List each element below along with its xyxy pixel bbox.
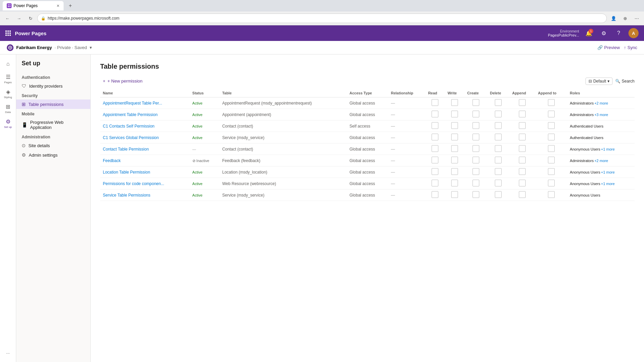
cell-read[interactable] — [426, 189, 445, 201]
cell-append-to[interactable] — [535, 120, 567, 132]
append-to-checkbox[interactable] — [548, 168, 555, 175]
cell-name[interactable]: C1 Contacts Self Permission — [100, 120, 190, 132]
delete-checkbox[interactable] — [495, 157, 502, 163]
delete-checkbox[interactable] — [495, 111, 502, 117]
table-row[interactable]: Permissions for code componen... Active … — [100, 178, 635, 189]
write-checkbox[interactable] — [451, 157, 458, 163]
create-checkbox[interactable] — [473, 99, 479, 106]
cell-create[interactable] — [464, 166, 487, 178]
cell-append-to[interactable] — [535, 166, 567, 178]
append-to-checkbox[interactable] — [548, 99, 555, 106]
cell-write[interactable] — [445, 178, 464, 189]
create-checkbox[interactable] — [473, 145, 479, 152]
append-to-checkbox[interactable] — [548, 134, 555, 140]
cell-delete[interactable] — [487, 132, 509, 143]
write-checkbox[interactable] — [451, 99, 458, 106]
cell-append[interactable] — [509, 166, 535, 178]
roles-more-link[interactable]: +1 more — [601, 147, 615, 151]
cell-create[interactable] — [464, 120, 487, 132]
append-to-checkbox[interactable] — [548, 157, 555, 163]
cell-append-to[interactable] — [535, 189, 567, 201]
read-checkbox[interactable] — [432, 134, 438, 140]
cell-write[interactable] — [445, 166, 464, 178]
browser-tab[interactable]: Power Pages ✕ — [3, 1, 64, 10]
cell-delete[interactable] — [487, 120, 509, 132]
write-checkbox[interactable] — [451, 122, 458, 129]
rail-item-data[interactable]: ⊞ Data — [1, 102, 15, 115]
append-checkbox[interactable] — [519, 157, 526, 163]
delete-checkbox[interactable] — [495, 191, 502, 198]
cell-read[interactable] — [426, 132, 445, 143]
table-row[interactable]: Contact Table Permission — Contact (cont… — [100, 143, 635, 155]
table-row[interactable]: AppointmentRequest Table Per... Active A… — [100, 97, 635, 109]
table-row[interactable]: C1 Services Global Permission Active Ser… — [100, 132, 635, 143]
refresh-button[interactable]: ↻ — [26, 14, 35, 23]
cell-write[interactable] — [445, 189, 464, 201]
table-row[interactable]: C1 Contacts Self Permission Active Conta… — [100, 120, 635, 132]
cell-append-to[interactable] — [535, 97, 567, 109]
table-row[interactable]: Appointment Table Permission Active Appo… — [100, 109, 635, 120]
cell-read[interactable] — [426, 178, 445, 189]
cell-append-to[interactable] — [535, 155, 567, 166]
rail-more-button[interactable]: ··· — [1, 346, 15, 360]
read-checkbox[interactable] — [432, 180, 438, 186]
cell-create[interactable] — [464, 155, 487, 166]
write-checkbox[interactable] — [451, 145, 458, 152]
roles-more-link[interactable]: +3 more — [594, 113, 608, 117]
cell-delete[interactable] — [487, 189, 509, 201]
append-to-checkbox[interactable] — [548, 180, 555, 186]
cell-append[interactable] — [509, 109, 535, 120]
append-checkbox[interactable] — [519, 99, 526, 106]
roles-more-link[interactable]: +1 more — [601, 182, 615, 186]
append-checkbox[interactable] — [519, 145, 526, 152]
create-checkbox[interactable] — [473, 168, 479, 175]
cell-name[interactable]: AppointmentRequest Table Per... — [100, 97, 190, 109]
cell-append[interactable] — [509, 120, 535, 132]
append-checkbox[interactable] — [519, 168, 526, 175]
cell-name[interactable]: Appointment Table Permission — [100, 109, 190, 120]
cell-name[interactable]: Location Table Permission — [100, 166, 190, 178]
cell-append-to[interactable] — [535, 143, 567, 155]
cell-name[interactable]: Service Table Permissions — [100, 189, 190, 201]
append-to-checkbox[interactable] — [548, 191, 555, 198]
cell-append-to[interactable] — [535, 132, 567, 143]
site-dropdown-icon[interactable]: ▾ — [90, 45, 92, 50]
roles-more-link[interactable]: +2 more — [594, 101, 608, 105]
rail-item-pages[interactable]: ☰ Pages — [1, 72, 15, 86]
notification-button[interactable]: 🔔 1 — [584, 28, 594, 38]
sidebar-item-pwa[interactable]: 📱 Progressive Web Application — [16, 118, 90, 132]
create-checkbox[interactable] — [473, 157, 479, 163]
cell-write[interactable] — [445, 109, 464, 120]
sidebar-item-admin-settings[interactable]: ⚙ Admin settings — [16, 150, 90, 160]
cell-create[interactable] — [464, 109, 487, 120]
read-checkbox[interactable] — [432, 145, 438, 152]
append-checkbox[interactable] — [519, 122, 526, 129]
roles-more-link[interactable]: +2 more — [594, 159, 608, 163]
sidebar-item-identity-providers[interactable]: 🛡 Identity providers — [16, 81, 90, 91]
sidebar-item-site-details[interactable]: ⊙ Site details — [16, 141, 90, 150]
sync-button[interactable]: ↑ Sync — [624, 45, 637, 50]
read-checkbox[interactable] — [432, 122, 438, 129]
cell-create[interactable] — [464, 132, 487, 143]
delete-checkbox[interactable] — [495, 180, 502, 186]
new-tab-button[interactable]: + — [66, 2, 74, 10]
read-checkbox[interactable] — [432, 191, 438, 198]
cell-append[interactable] — [509, 97, 535, 109]
append-to-checkbox[interactable] — [548, 145, 555, 152]
avatar-button[interactable]: A — [628, 28, 639, 38]
cell-write[interactable] — [445, 155, 464, 166]
create-checkbox[interactable] — [473, 191, 479, 198]
append-to-checkbox[interactable] — [548, 122, 555, 129]
read-checkbox[interactable] — [432, 111, 438, 117]
cell-read[interactable] — [426, 155, 445, 166]
create-checkbox[interactable] — [473, 180, 479, 186]
write-checkbox[interactable] — [451, 168, 458, 175]
cell-append-to[interactable] — [535, 109, 567, 120]
cell-delete[interactable] — [487, 155, 509, 166]
rail-item-styling[interactable]: ◈ Styling — [1, 87, 15, 100]
delete-checkbox[interactable] — [495, 134, 502, 140]
address-bar[interactable]: 🔒 https://make.powerpages.microsoft.com — [37, 14, 607, 23]
back-button[interactable]: ← — [3, 14, 12, 23]
write-checkbox[interactable] — [451, 180, 458, 186]
create-checkbox[interactable] — [473, 111, 479, 117]
